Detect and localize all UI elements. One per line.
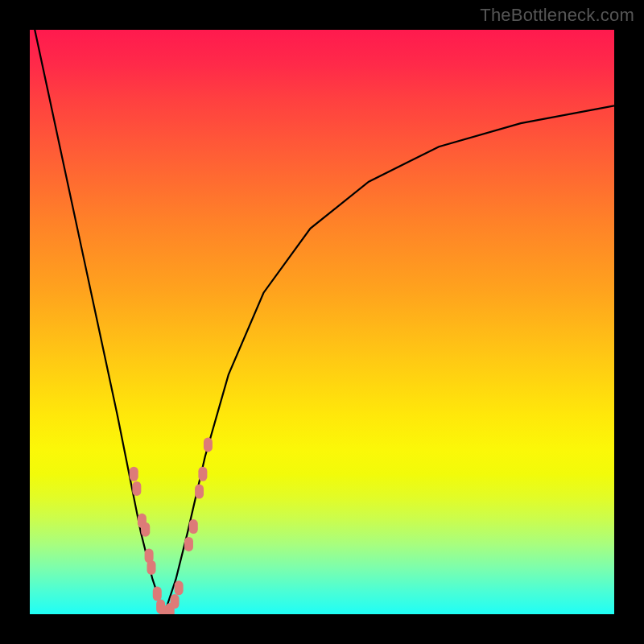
data-marker xyxy=(147,560,156,575)
data-marker xyxy=(153,587,162,601)
data-marker xyxy=(184,537,193,551)
data-marker xyxy=(130,467,138,481)
data-marker xyxy=(198,467,207,481)
bottleneck-curve-line xyxy=(30,30,614,614)
data-marker xyxy=(175,580,184,595)
data-marker xyxy=(195,485,204,499)
curve-path xyxy=(30,30,614,614)
chart-svg xyxy=(30,30,614,614)
data-marker xyxy=(204,437,213,452)
data-marker xyxy=(171,594,180,609)
data-marker xyxy=(141,522,150,537)
plot-area xyxy=(30,30,614,614)
data-markers xyxy=(130,437,213,614)
chart-frame: TheBottleneck.com xyxy=(0,0,644,644)
watermark-text: TheBottleneck.com xyxy=(480,5,634,26)
data-marker xyxy=(189,519,198,534)
data-marker xyxy=(132,481,141,496)
